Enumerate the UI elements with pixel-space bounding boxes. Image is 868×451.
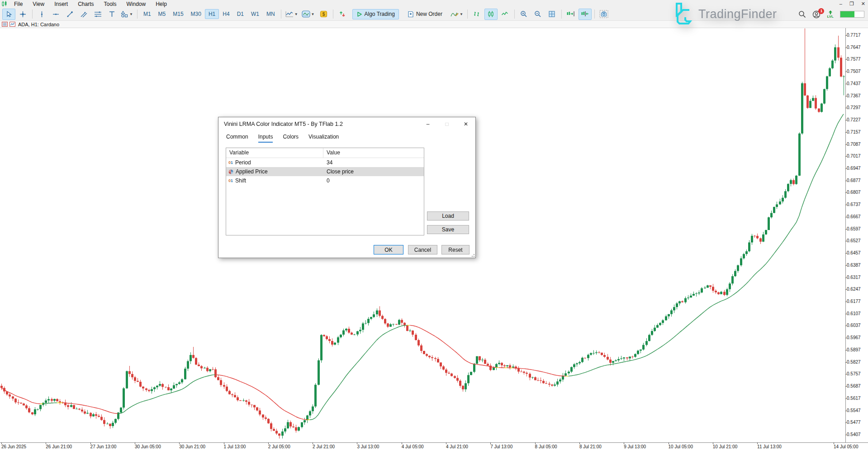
ok-button[interactable]: OK	[374, 245, 403, 254]
horizontal-line-icon[interactable]	[49, 9, 62, 20]
timeframe-button-h1[interactable]: H1	[205, 9, 219, 19]
toolbar-separator	[561, 10, 562, 19]
timeframe-button-h4[interactable]: H4	[219, 9, 233, 19]
dialog-window-buttons: – □ ✕	[418, 117, 475, 131]
price-tick-label: 0.6387	[847, 263, 861, 268]
tile-windows-icon[interactable]	[545, 9, 559, 20]
variable-name: Applied Price	[236, 167, 268, 176]
price-axis[interactable]: 0.77170.76470.75770.75070.74370.73670.72…	[845, 28, 868, 443]
candle-chart-mode-icon[interactable]	[484, 9, 498, 20]
table-row[interactable]: 01Period34	[226, 158, 424, 167]
symbols-icon[interactable]: $	[317, 9, 330, 20]
time-axis[interactable]: 26 Jun 202526 Jun 21:0027 Jun 13:0030 Ju…	[0, 442, 868, 451]
price-tick-label: 0.7367	[847, 93, 861, 98]
timeframe-button-m15[interactable]: M15	[169, 9, 187, 19]
variable-name: Shift	[235, 176, 246, 185]
algo-trading-button[interactable]: Algo Trading	[352, 9, 399, 19]
table-row[interactable]: 01Shift0	[226, 176, 424, 185]
dialog-resize-grip[interactable]	[470, 253, 475, 257]
screenshot-icon[interactable]	[598, 9, 611, 20]
timeframe-button-m30[interactable]: M30	[187, 9, 205, 19]
column-header-variable: Variable	[226, 148, 323, 158]
fibonacci-icon[interactable]	[91, 9, 104, 20]
time-tick-label: 4 Jul 05:00	[402, 444, 424, 449]
menu-item-window[interactable]: Window	[122, 0, 151, 8]
profile-icon[interactable]: 1	[812, 10, 821, 19]
cursor-icon[interactable]	[2, 9, 15, 20]
variable-value: 34	[323, 158, 424, 167]
price-tick-label: 0.7717	[847, 33, 861, 38]
time-tick-label: 3 Jul 13:00	[357, 444, 379, 449]
enum-input-icon	[228, 169, 233, 174]
load-button[interactable]: Load	[427, 211, 469, 221]
price-tick-label: 0.7437	[847, 81, 861, 86]
time-tick-label: 2 Jul 05:00	[268, 444, 290, 449]
price-tick-label: 0.7227	[847, 117, 861, 122]
chart-title-bar[interactable]: ADA, H1: Cardano	[0, 21, 868, 28]
new-order-button[interactable]: New Order	[403, 9, 446, 19]
save-button[interactable]: Save	[427, 225, 469, 234]
shapes-icon[interactable]: ▼	[119, 9, 134, 20]
window-restore-button[interactable]: ❐	[849, 0, 854, 7]
depth-of-market-icon[interactable]	[336, 9, 349, 20]
cancel-button[interactable]: Cancel	[408, 245, 437, 254]
menu-item-insert[interactable]: Insert	[49, 0, 73, 8]
timeframe-button-w1[interactable]: W1	[247, 9, 263, 19]
line-chart-mode-icon[interactable]	[498, 9, 512, 20]
crosshair-icon[interactable]	[16, 9, 29, 20]
column-header-value: Value	[323, 148, 424, 158]
dialog-title-bar[interactable]: Vinini LRMA Color Indicator MT5 - By TFl…	[218, 117, 475, 131]
notification-badge: 1	[818, 8, 824, 14]
dialog-tab-colors[interactable]: Colors	[283, 134, 299, 143]
chevron-down-icon: ▼	[460, 12, 463, 16]
search-icon[interactable]	[798, 10, 806, 18]
time-tick-label: 11 Jul 13:00	[757, 444, 782, 449]
dialog-maximize-button[interactable]: □	[437, 117, 456, 131]
chart-objects-icon[interactable]: ▼	[449, 9, 465, 20]
menu-item-tools[interactable]: Tools	[99, 0, 122, 8]
timeframe-button-m5[interactable]: M5	[155, 9, 170, 19]
dialog-tab-common[interactable]: Common	[226, 134, 248, 143]
reset-button[interactable]: Reset	[441, 245, 470, 254]
window-close-button[interactable]: ✕	[861, 0, 865, 7]
window-minimize-button[interactable]: –	[840, 0, 842, 7]
text-icon[interactable]	[105, 9, 119, 20]
price-tick-label: 0.6947	[847, 166, 861, 171]
shift-chart-right-icon[interactable]	[564, 9, 578, 20]
dialog-minimize-button[interactable]: –	[418, 117, 437, 131]
price-tick-label: 0.6457	[847, 250, 861, 255]
bar-chart-mode-icon[interactable]	[470, 9, 484, 20]
dialog-tab-visualization[interactable]: Visualization	[308, 134, 339, 143]
timeframe-button-m1[interactable]: M1	[140, 9, 155, 19]
time-tick-label: 2 Jul 21:00	[313, 444, 335, 449]
dialog-tab-inputs[interactable]: Inputs	[258, 134, 273, 143]
menu-item-file[interactable]: File	[9, 0, 28, 8]
line-studies-icon[interactable]: ▼	[284, 9, 299, 20]
menu-items: FileViewInsertChartsToolsWindowHelp	[9, 0, 172, 8]
table-row[interactable]: Applied PriceClose price	[226, 167, 424, 176]
price-tick-label: 0.6317	[847, 275, 861, 280]
price-tick-label: 0.7507	[847, 69, 861, 74]
menu-item-view[interactable]: View	[28, 0, 49, 8]
menu-item-charts[interactable]: Charts	[73, 0, 99, 8]
level-label: LVL	[827, 15, 834, 19]
dialog-title: Vinini LRMA Color Indicator MT5 - By TFl…	[224, 121, 418, 127]
toolbar-separator	[333, 10, 333, 19]
price-tick-label: 0.7017	[847, 154, 861, 158]
trendline-icon[interactable]	[63, 9, 76, 20]
indicators-icon[interactable]: ▼	[300, 9, 316, 20]
channel-icon[interactable]	[77, 9, 90, 20]
zoom-out-icon[interactable]	[531, 9, 545, 20]
price-tick-label: 0.7577	[847, 57, 861, 62]
level-indicator[interactable]: LVL	[827, 10, 834, 19]
timeframe-button-d1[interactable]: D1	[233, 9, 247, 19]
menu-item-help[interactable]: Help	[151, 0, 172, 8]
shift-chart-left-icon[interactable]	[579, 9, 592, 20]
dialog-close-button[interactable]: ✕	[456, 117, 475, 131]
price-tick-label: 0.5617	[847, 396, 861, 401]
dialog-tabs: CommonInputsColorsVisualization	[218, 131, 475, 143]
timeframe-button-mn[interactable]: MN	[263, 9, 279, 19]
vertical-line-icon[interactable]	[35, 9, 48, 20]
time-tick-label: 8 Jul 05:00	[535, 444, 557, 449]
zoom-in-icon[interactable]	[517, 9, 531, 20]
